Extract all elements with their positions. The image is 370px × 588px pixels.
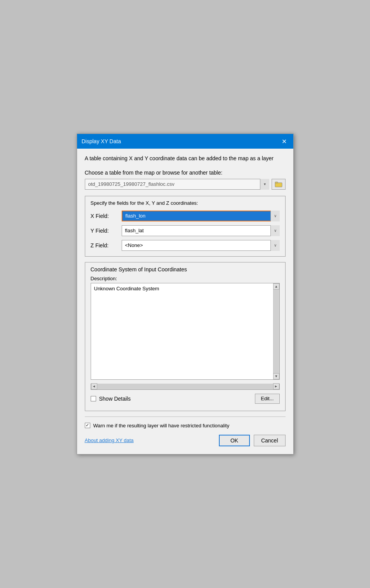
- show-details-row: Show Details Edit...: [91, 394, 280, 404]
- title-bar: Display XY Data ✕: [77, 134, 293, 149]
- z-field-label: Z Field:: [91, 242, 122, 249]
- coordinates-group: Specify the fields for the X, Y and Z co…: [85, 196, 286, 257]
- scroll-down-arrow[interactable]: ▼: [273, 373, 279, 379]
- folder-icon: [275, 181, 282, 187]
- divider: [85, 417, 286, 417]
- z-field-dropdown-arrow[interactable]: ∨: [270, 240, 280, 251]
- scroll-right-arrow[interactable]: ►: [273, 383, 279, 389]
- warn-label: Warn me if the resulting layer will have…: [93, 422, 229, 429]
- y-field-select[interactable]: flash_lat: [122, 225, 280, 236]
- close-button[interactable]: ✕: [280, 137, 289, 146]
- ok-button[interactable]: OK: [219, 435, 250, 446]
- warn-row: ✓ Warn me if the resulting layer will ha…: [85, 422, 286, 429]
- coords-group-label: Specify the fields for the X, Y and Z co…: [91, 200, 280, 206]
- vertical-scrollbar: ▲ ▼: [273, 283, 279, 379]
- svg-rect-1: [275, 182, 278, 183]
- y-field-select-wrapper: flash_lat ∨: [122, 225, 280, 236]
- desc-textarea[interactable]: Unknown Coordinate System: [91, 283, 273, 379]
- z-field-row: Z Field: <None> ∨: [91, 240, 280, 251]
- button-group: OK Cancel: [219, 435, 286, 446]
- show-details-checkbox[interactable]: [91, 396, 96, 401]
- x-field-select-wrapper: flash_lon ∨: [122, 211, 280, 221]
- file-select-display[interactable]: otd_19980725_19980727_flashloc.csv: [85, 179, 269, 190]
- z-field-select[interactable]: <None>: [122, 240, 280, 251]
- display-xy-data-dialog: Display XY Data ✕ A table containing X a…: [77, 134, 294, 454]
- file-dropdown-arrow[interactable]: ▾: [260, 179, 269, 190]
- scroll-left-arrow[interactable]: ◄: [91, 383, 97, 389]
- desc-textarea-wrapper: Unknown Coordinate System ▲ ▼: [91, 283, 280, 380]
- scroll-track-h[interactable]: [97, 384, 273, 389]
- table-label: Choose a table from the map or browse fo…: [85, 170, 286, 176]
- y-field-row: Y Field: flash_lat ∨: [91, 225, 280, 236]
- scroll-track-v[interactable]: [274, 290, 279, 373]
- warn-checkbox[interactable]: ✓: [85, 423, 90, 428]
- file-row: otd_19980725_19980727_flashloc.csv ▾: [85, 179, 286, 190]
- show-details-left: Show Details: [91, 396, 131, 402]
- about-link[interactable]: About adding XY data: [85, 437, 134, 443]
- edit-button[interactable]: Edit...: [255, 394, 279, 404]
- scroll-up-arrow[interactable]: ▲: [273, 283, 279, 290]
- x-field-label: X Field:: [91, 213, 122, 219]
- cancel-button[interactable]: Cancel: [254, 435, 286, 446]
- dialog-title: Display XY Data: [82, 138, 121, 144]
- svg-rect-0: [275, 183, 282, 187]
- bottom-row: About adding XY data OK Cancel: [85, 435, 286, 446]
- description-text: A table containing X and Y coordinate da…: [85, 155, 286, 163]
- coord-system-title: Coordinate System of Input Coordinates: [91, 266, 280, 273]
- horizontal-scrollbar-wrapper: ◄ ►: [91, 384, 280, 390]
- coord-system-group: Coordinate System of Input Coordinates D…: [85, 262, 286, 411]
- desc-label: Description:: [91, 276, 280, 281]
- file-select-wrapper: otd_19980725_19980727_flashloc.csv ▾: [85, 179, 269, 190]
- x-field-select[interactable]: flash_lon: [122, 211, 280, 221]
- x-field-dropdown-arrow[interactable]: ∨: [270, 211, 280, 221]
- checkmark-icon: ✓: [86, 423, 89, 428]
- y-field-dropdown-arrow[interactable]: ∨: [270, 225, 280, 236]
- x-field-row: X Field: flash_lon ∨: [91, 211, 280, 221]
- show-details-label: Show Details: [99, 396, 131, 402]
- dialog-body: A table containing X and Y coordinate da…: [77, 149, 293, 454]
- browse-button[interactable]: [272, 179, 286, 190]
- y-field-label: Y Field:: [91, 228, 122, 234]
- z-field-select-wrapper: <None> ∨: [122, 240, 280, 251]
